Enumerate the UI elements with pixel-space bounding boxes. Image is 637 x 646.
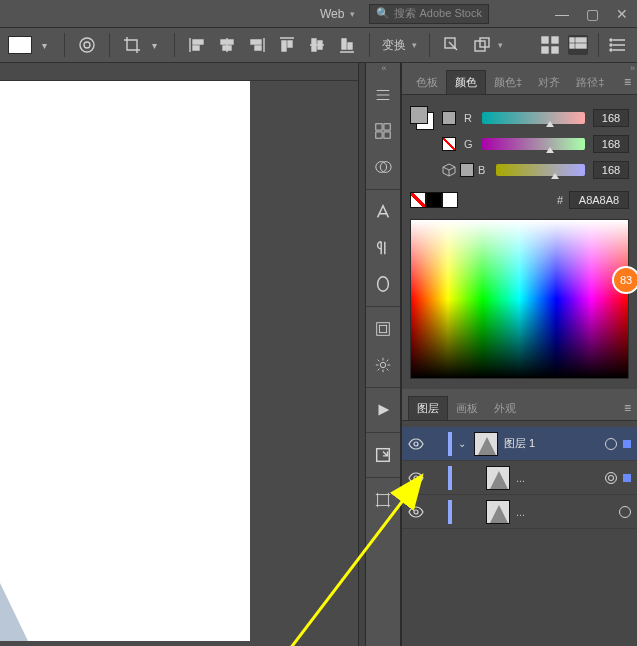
libraries-panel-icon[interactable] [368,315,398,343]
swatch-black[interactable] [426,192,442,208]
svg-point-25 [380,362,385,367]
tab-color-guide[interactable]: 颜色‡ [486,71,530,94]
value-g[interactable]: 168 [593,135,629,153]
color-spectrum[interactable]: 83 [410,219,629,379]
color-panel-menu-icon[interactable]: ≡ [624,75,631,89]
paragraph-panel-icon[interactable] [368,234,398,262]
crop-icon[interactable] [122,35,142,55]
visibility-toggle-icon[interactable] [408,436,424,452]
swatch-none-icon[interactable] [410,192,426,208]
actions-panel-icon[interactable] [368,396,398,424]
none-color-icon[interactable] [442,137,456,151]
hex-value-field[interactable]: A8A8A8 [569,191,629,209]
channel-r-label: R [464,112,474,124]
stock-search-box[interactable]: 🔍 搜索 Adobe Stock [369,4,488,24]
tab-artboards[interactable]: 画板 [448,397,486,420]
fill-stroke-chips[interactable] [410,106,434,130]
layer-row[interactable]: ⌄ 图层 1 [402,427,637,461]
align-left-icon[interactable] [187,35,207,55]
tab-pathfinder[interactable]: 路径‡ [568,71,612,94]
grid-view-icon[interactable] [540,35,560,55]
flat-color-icon[interactable] [442,111,456,125]
slider-g[interactable] [482,138,585,150]
collapse-panels-icon[interactable]: » [630,63,633,73]
svg-point-20 [376,162,387,173]
align-hcenter-icon[interactable] [217,35,237,55]
isolate-icon[interactable] [442,35,462,55]
slider-b[interactable] [496,164,585,176]
layer-row[interactable]: ... [402,495,637,529]
value-b[interactable]: 168 [593,161,629,179]
panel-dock-icon[interactable] [568,35,588,55]
align-vcenter-icon[interactable] [307,35,327,55]
list-menu-icon[interactable] [609,35,629,55]
selection-indicator [623,440,631,448]
recolor-icon[interactable] [77,35,97,55]
align-bottom-icon[interactable] [337,35,357,55]
svg-rect-10 [576,38,586,42]
workspace-preset[interactable]: Web [320,7,344,21]
target-icon[interactable] [605,438,617,450]
window-maximize-button[interactable]: ▢ [577,0,607,27]
settings-panel-icon[interactable] [368,351,398,379]
expand-column-icon[interactable]: « [366,63,400,73]
artwork-triangle[interactable] [0,583,28,641]
fill-swatch-menu-arrow[interactable]: ▾ [42,40,52,51]
pathfinder-panel-icon[interactable] [368,153,398,181]
window-close-button[interactable]: ✕ [607,0,637,27]
search-icon: 🔍 [376,7,390,20]
3d-cube-icon[interactable] [442,163,456,177]
tab-align[interactable]: 对齐 [530,71,568,94]
swatch-white[interactable] [442,192,458,208]
character-panel-icon[interactable] [368,198,398,226]
color-panel-tabs: 色板 颜色 颜色‡ 对齐 路径‡ ≡ [402,69,637,95]
shape-mode-icon[interactable] [472,35,492,55]
align-top-icon[interactable] [277,35,297,55]
visibility-toggle-icon[interactable] [408,504,424,520]
panels-column: » 色板 颜色 颜色‡ 对齐 路径‡ ≡ R 168 G [401,63,637,646]
fill-swatch[interactable] [8,36,32,54]
crop-menu-arrow[interactable]: ▾ [152,40,162,51]
visibility-toggle-icon[interactable] [408,470,424,486]
tab-color[interactable]: 颜色 [446,70,486,94]
tab-swatches[interactable]: 色板 [408,71,446,94]
disclosure-icon[interactable]: ⌄ [458,438,468,449]
value-r[interactable]: 168 [593,109,629,127]
layer-color-bar [448,466,452,490]
window-minimize-button[interactable]: — [547,0,577,27]
transform-label[interactable]: 变换 [382,37,406,54]
svg-rect-24 [379,325,386,332]
export-panel-icon[interactable] [368,441,398,469]
tab-appearance[interactable]: 外观 [486,397,524,420]
layers-panel-menu-icon[interactable]: ≡ [624,401,631,415]
properties-panel-icon[interactable] [368,81,398,109]
svg-point-21 [380,162,391,173]
artboards-panel-icon[interactable] [368,486,398,514]
target-icon[interactable] [605,472,617,484]
channel-g-label: G [464,138,474,150]
target-icon[interactable] [619,506,631,518]
opentype-panel-icon[interactable] [368,270,398,298]
layer-name[interactable]: ... [516,472,599,484]
transform-menu-arrow[interactable]: ▾ [412,40,417,50]
dock-divider[interactable] [358,63,366,646]
artboard[interactable] [0,81,250,641]
notification-badge[interactable]: 83 [612,266,637,294]
layer-name[interactable]: 图层 1 [504,436,599,451]
svg-rect-16 [376,124,382,130]
layer-thumbnail [474,432,498,456]
layer-name[interactable]: ... [516,506,613,518]
layers-panel: ⌄ 图层 1 ... [402,421,637,646]
tab-layers[interactable]: 图层 [408,396,448,420]
slider-r[interactable] [482,112,585,124]
global-color-icon[interactable] [460,163,474,177]
quick-swatches[interactable] [410,192,458,208]
layer-row[interactable]: ... [402,461,637,495]
shape-mode-menu-arrow[interactable]: ▾ [498,40,503,50]
svg-point-0 [80,38,94,52]
swatches-panel-icon[interactable] [368,117,398,145]
svg-rect-8 [552,47,558,53]
workspace-preset-arrow[interactable]: ▾ [350,9,355,19]
ruler-horizontal[interactable] [0,63,358,81]
align-right-icon[interactable] [247,35,267,55]
